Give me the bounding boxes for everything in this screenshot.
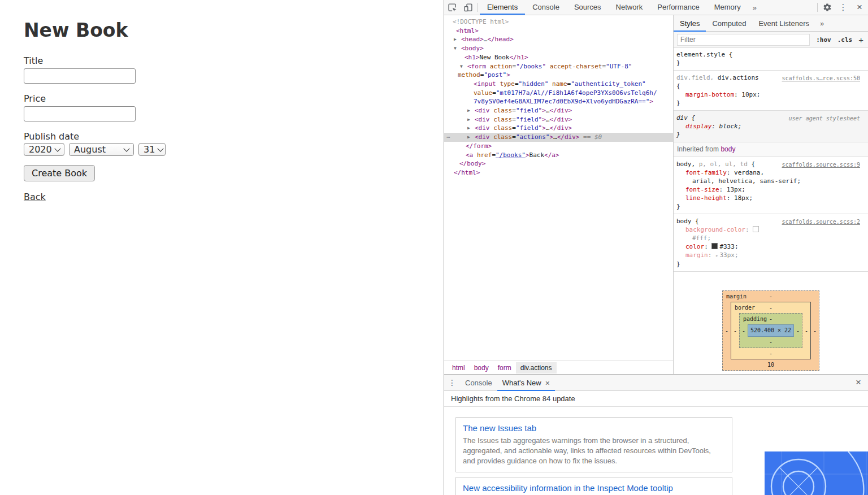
inherited-target[interactable]: body xyxy=(721,145,735,153)
dom-tree-node[interactable]: <!DOCTYPE html> xyxy=(444,18,673,27)
more-actions-icon[interactable]: ⋯ xyxy=(446,133,450,142)
css-property[interactable]: line-height: 18px; xyxy=(676,194,860,202)
day-select[interactable]: 31 xyxy=(138,143,166,156)
color-swatch[interactable] xyxy=(753,226,759,232)
tab-memory[interactable]: Memory xyxy=(707,0,748,15)
css-property[interactable]: display: block; xyxy=(676,122,860,131)
tab-computed[interactable]: Computed xyxy=(706,16,752,32)
dom-tree-node[interactable]: value="mt017H7a/Al//Fi8h1A6f4opeP3YXs0O6… xyxy=(444,89,673,98)
disclosure-arrow-icon[interactable]: ▶ xyxy=(467,124,475,133)
month-select[interactable]: August xyxy=(69,143,134,156)
year-select[interactable]: 2020 xyxy=(24,143,64,156)
css-property[interactable]: font-size: 13px; xyxy=(676,185,860,194)
dom-tree-node[interactable]: <html> xyxy=(444,27,673,36)
dom-tree-node[interactable]: method="post"> xyxy=(444,71,673,80)
css-property[interactable]: margin-bottom: 10px; xyxy=(676,90,860,99)
dom-tree-node[interactable]: ▶<div class="field">…</div> xyxy=(444,106,673,115)
rule-selector[interactable]: body xyxy=(676,218,692,225)
card-title-link[interactable]: New accessibility information in the Ins… xyxy=(463,483,725,493)
rule-selector[interactable]: div xyxy=(676,114,688,121)
drawer-tab-what-s-new[interactable]: What's New× xyxy=(497,375,555,391)
dom-tree-node[interactable]: </html> xyxy=(444,168,673,177)
css-property[interactable]: background-color: #fff; xyxy=(676,225,860,242)
border-right-value[interactable]: - xyxy=(802,327,810,335)
dom-tree-node[interactable]: ▶<div class="field">…</div> xyxy=(444,115,673,124)
box-model-content-size[interactable]: 520.400 × 22 xyxy=(748,324,794,337)
disclosure-arrow-icon[interactable]: ▶ xyxy=(467,133,475,142)
dom-tree-node[interactable]: </body> xyxy=(444,159,673,168)
tab-styles[interactable]: Styles xyxy=(674,16,706,32)
dom-tree-node[interactable]: ▼<body> xyxy=(444,44,673,53)
drawer-menu-icon[interactable]: ⋮ xyxy=(444,378,460,387)
device-toolbar-icon[interactable] xyxy=(460,0,476,15)
tab-elements[interactable]: Elements xyxy=(480,0,525,15)
disclosure-arrow-icon[interactable]: ▶ xyxy=(467,106,475,115)
css-property[interactable]: margin: ▸33px; xyxy=(676,251,860,260)
close-devtools-icon[interactable]: × xyxy=(851,0,868,15)
padding-right-value[interactable]: - xyxy=(794,327,802,335)
box-model-diagram[interactable]: margin - - border - - padding - xyxy=(722,290,819,371)
dom-tree-node[interactable]: ⋯▶<div class="actions">…</div> == $0 xyxy=(444,133,673,142)
drawer-tab-console[interactable]: Console xyxy=(460,375,497,391)
css-property[interactable]: color: #333; xyxy=(676,242,860,251)
back-link[interactable]: Back xyxy=(24,192,46,202)
padding-bottom-value[interactable]: - xyxy=(769,339,772,345)
border-bottom-value[interactable]: - xyxy=(769,350,772,357)
stylesheet-source-link[interactable]: user agent stylesheet xyxy=(789,114,860,123)
inspect-element-icon[interactable] xyxy=(444,0,460,15)
toggle-hover-state[interactable]: :hov xyxy=(816,36,831,44)
breadcrumb-item-form[interactable]: form xyxy=(493,362,516,374)
dom-tree-node[interactable]: <input type="hidden" name="authenticity_… xyxy=(444,80,673,89)
breadcrumb-item-div-actions[interactable]: div.actions xyxy=(516,362,557,374)
rule-selector[interactable]: element.style xyxy=(676,51,725,58)
margin-top-value[interactable]: - xyxy=(769,293,772,299)
dom-tree-node[interactable]: <h1>New Book</h1> xyxy=(444,53,673,62)
dom-tree-node[interactable]: ▼<form action="/books" accept-charset="U… xyxy=(444,62,673,71)
toggle-classes[interactable]: .cls xyxy=(837,36,853,44)
stylesheet-source-link[interactable]: scaffolds.source.scss:9 xyxy=(782,160,860,169)
margin-right-value[interactable]: - xyxy=(811,327,819,335)
breadcrumb-item-html[interactable]: html xyxy=(448,362,470,374)
dom-tree-node[interactable]: <a href="/books">Back</a> xyxy=(444,151,673,160)
disclosure-arrow-icon[interactable]: ▼ xyxy=(460,62,467,71)
padding-left-value[interactable]: - xyxy=(740,327,748,335)
card-title-link[interactable]: The new Issues tab xyxy=(463,423,725,433)
close-drawer-icon[interactable]: × xyxy=(849,377,868,388)
tab-event-listeners[interactable]: Event Listeners xyxy=(752,16,815,32)
dom-tree-node[interactable]: </form> xyxy=(444,142,673,151)
disclosure-arrow-icon[interactable]: ▶ xyxy=(467,115,475,124)
tab-network[interactable]: Network xyxy=(609,0,650,15)
rule-selector[interactable]: div.field, div.actions xyxy=(676,74,759,81)
breadcrumb-item-body[interactable]: body xyxy=(470,362,493,374)
expand-shorthand-icon[interactable]: ▸ xyxy=(715,253,718,258)
create-book-button[interactable]: Create Book xyxy=(24,165,95,181)
margin-bottom-value[interactable]: 10 xyxy=(767,362,774,368)
whats-new-video-thumbnail[interactable] xyxy=(765,451,868,495)
rule-selector[interactable]: body, p, ol, ul, td xyxy=(676,160,748,168)
padding-top-value[interactable]: - xyxy=(769,316,772,322)
new-style-rule-icon[interactable]: + xyxy=(858,35,863,45)
color-swatch[interactable] xyxy=(711,243,718,249)
margin-left-value[interactable]: - xyxy=(723,327,731,335)
settings-gear-icon[interactable] xyxy=(819,0,835,15)
title-input[interactable] xyxy=(24,68,136,84)
close-tab-icon[interactable]: × xyxy=(545,375,550,391)
price-input[interactable] xyxy=(24,106,136,121)
stylesheet-source-link[interactable]: scaffolds.s…rce.scss:50 xyxy=(782,74,860,82)
border-top-value[interactable]: - xyxy=(769,305,772,311)
dom-tree-node[interactable]: ▶<div class="field">…</div> xyxy=(444,124,673,133)
styles-filter-input[interactable] xyxy=(677,34,810,46)
tab-console[interactable]: Console xyxy=(525,0,567,15)
disclosure-arrow-icon[interactable]: ▼ xyxy=(454,44,461,53)
disclosure-arrow-icon[interactable]: ▶ xyxy=(454,35,461,44)
more-sidebar-tabs-icon[interactable]: » xyxy=(815,19,828,28)
more-menu-icon[interactable]: ⋮ xyxy=(835,0,851,15)
dom-tree-node[interactable]: 7v8ySVOef4eG8AXLIM7ec7d0EbX9d+Xlvo6ydHDG… xyxy=(444,97,673,106)
tab-performance[interactable]: Performance xyxy=(650,0,706,15)
stylesheet-source-link[interactable]: scaffolds.source.scss:2 xyxy=(782,218,860,226)
more-tabs-icon[interactable]: » xyxy=(748,3,761,12)
tab-sources[interactable]: Sources xyxy=(567,0,609,15)
css-property[interactable]: font-family: verdana, arial, helvetica, … xyxy=(676,168,860,185)
dom-tree-node[interactable]: ▶<head>…</head> xyxy=(444,35,673,44)
border-left-value[interactable]: - xyxy=(731,327,739,335)
